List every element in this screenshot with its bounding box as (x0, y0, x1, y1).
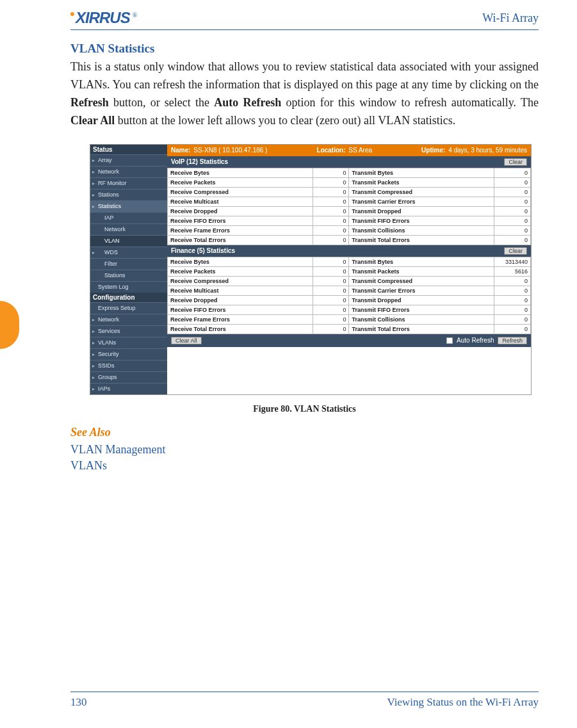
link-vlans[interactable]: VLANs (70, 458, 539, 474)
section-title-voip: VoIP (12) Statistics (171, 158, 228, 165)
table-row: Receive Multicast0Transmit Carrier Error… (168, 197, 531, 206)
auto-refresh-label: Auto Refresh (457, 337, 494, 344)
table-row: Receive Total Errors0Transmit Total Erro… (168, 324, 531, 334)
stats-table-voip: Receive Bytes0Transmit Bytes0 Receive Pa… (167, 168, 531, 245)
auto-refresh-checkbox[interactable] (446, 337, 453, 344)
table-row: Receive Total Errors0Transmit Total Erro… (168, 235, 531, 245)
sidebar-item-stations[interactable]: Stations (90, 189, 167, 200)
page-number: 130 (70, 696, 87, 709)
refresh-button[interactable]: Refresh (498, 337, 527, 344)
sidebar-header-configuration: Configuration (90, 293, 167, 302)
page-header: XIRRUS ® Wi-Fi Array (70, 9, 539, 30)
table-row: Receive Bytes0Transmit Bytes0 (168, 168, 531, 177)
logo-dot-icon (70, 12, 74, 16)
screenshot-footer-bar: Clear All Auto Refresh Refresh (167, 334, 531, 347)
sidebar-item-array[interactable]: Array (90, 154, 167, 166)
auto-refresh-bold: Auto Refresh (214, 96, 281, 109)
sidebar-item-iaps[interactable]: IAPs (90, 383, 167, 394)
location-label: Location: (317, 147, 346, 154)
table-row: Receive Frame Errors0Transmit Collisions… (168, 225, 531, 235)
sidebar-item-filter[interactable]: Filter (90, 258, 167, 270)
stats-table-finance: Receive Bytes0Transmit Bytes3313440 Rece… (167, 257, 531, 334)
clear-button-voip[interactable]: Clear (504, 158, 527, 166)
sidebar-item-express-setup[interactable]: Express Setup (90, 302, 167, 314)
brand-logo: XIRRUS ® (70, 9, 137, 27)
table-row: Receive Bytes0Transmit Bytes3313440 (168, 257, 531, 266)
uptime-label: Uptime: (421, 147, 445, 154)
section-title-finance: Finance (5) Statistics (171, 247, 235, 254)
clear-all-bold: Clear All (70, 114, 115, 127)
page-footer: 130 Viewing Status on the Wi-Fi Array (70, 692, 539, 709)
table-row: Receive Multicast0Transmit Carrier Error… (168, 286, 531, 295)
clear-all-button[interactable]: Clear All (171, 337, 202, 344)
table-row: Receive FIFO Errors0Transmit FIFO Errors… (168, 216, 531, 225)
sidebar-header-status: Status (90, 145, 167, 154)
chapter-title: Viewing Status on the Wi-Fi Array (387, 696, 539, 709)
section-header-voip: VoIP (12) Statistics Clear (167, 156, 531, 168)
sidebar-item-cfg-network[interactable]: Network (90, 314, 167, 325)
nav-sidebar: Status Array Network RF Monitor Stations… (90, 145, 167, 394)
sidebar-item-stat-stations[interactable]: Stations (90, 270, 167, 281)
sidebar-item-rf-monitor[interactable]: RF Monitor (90, 177, 167, 189)
clear-button-finance[interactable]: Clear (504, 247, 527, 255)
sidebar-item-stat-network[interactable]: Network (90, 223, 167, 235)
sidebar-item-statistics[interactable]: Statistics (90, 200, 167, 212)
registered-icon: ® (133, 12, 138, 19)
sidebar-item-vlans[interactable]: VLANs (90, 337, 167, 348)
body-paragraph: This is a status only window that allows… (70, 58, 539, 130)
see-also-heading: See Also (70, 426, 539, 439)
sidebar-item-services[interactable]: Services (90, 325, 167, 337)
sidebar-item-vlan[interactable]: VLAN (90, 235, 167, 247)
table-row: Receive Dropped0Transmit Dropped0 (168, 295, 531, 305)
table-row: Receive FIFO Errors0Transmit FIFO Errors… (168, 305, 531, 314)
logo-text: XIRRUS (76, 9, 130, 27)
section-header-finance: Finance (5) Statistics Clear (167, 245, 531, 257)
table-row: Receive Compressed0Transmit Compressed0 (168, 276, 531, 286)
table-row: Receive Compressed0Transmit Compressed0 (168, 187, 531, 197)
table-row: Receive Dropped0Transmit Dropped0 (168, 206, 531, 216)
table-row: Receive Packets0Transmit Packets5616 (168, 266, 531, 276)
table-row: Receive Frame Errors0Transmit Collisions… (168, 314, 531, 324)
refresh-bold: Refresh (70, 96, 109, 109)
name-value: SS-XN8 ( 10.100.47.186 ) (193, 147, 267, 154)
sidebar-item-ssids[interactable]: SSIDs (90, 360, 167, 371)
uptime-value: 4 days, 3 hours, 59 minutes (448, 147, 527, 154)
link-vlan-management[interactable]: VLAN Management (70, 442, 539, 458)
sidebar-item-system-log[interactable]: System Log (90, 281, 167, 293)
sidebar-item-iap[interactable]: IAP (90, 212, 167, 223)
embedded-screenshot: Status Array Network RF Monitor Stations… (90, 144, 532, 395)
body-text-1: This is a status only window that allows… (70, 60, 539, 91)
device-info-bar: Name: SS-XN8 ( 10.100.47.186 ) Location:… (167, 145, 531, 156)
sidebar-item-network[interactable]: Network (90, 166, 167, 177)
body-text-3: option for this window to refresh automa… (281, 96, 539, 109)
body-text-2: button, or select the (109, 96, 215, 109)
section-title: VLAN Statistics (70, 42, 539, 56)
product-name: Wi-Fi Array (482, 12, 539, 25)
sidebar-item-wds[interactable]: WDS (90, 247, 167, 258)
table-row: Receive Packets0Transmit Packets0 (168, 177, 531, 187)
sidebar-item-security[interactable]: Security (90, 348, 167, 360)
figure-caption: Figure 80. VLAN Statistics (70, 404, 539, 414)
content-panel: Name: SS-XN8 ( 10.100.47.186 ) Location:… (167, 145, 531, 394)
sidebar-item-groups[interactable]: Groups (90, 371, 167, 383)
body-text-4: button at the lower left allows you to c… (115, 114, 455, 127)
location-value: SS Area (348, 147, 372, 154)
name-label: Name: (171, 147, 191, 154)
